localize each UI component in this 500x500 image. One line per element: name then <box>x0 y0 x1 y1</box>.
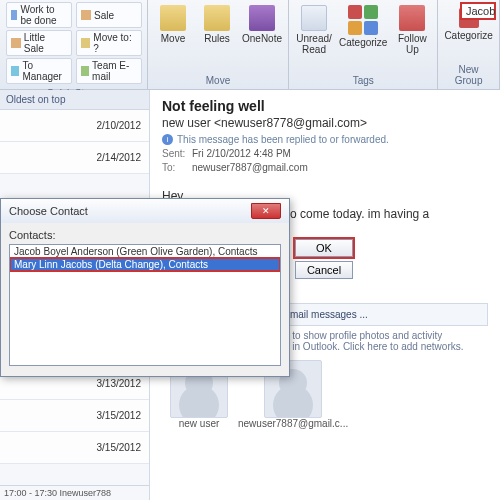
followup-button[interactable]: Follow Up <box>393 2 431 55</box>
unread-read-button[interactable]: Unread/ Read <box>295 2 333 55</box>
choose-contact-dialog: Choose Contact ✕ Contacts: Jacob Boyel A… <box>0 198 290 377</box>
dialog-title: Choose Contact <box>9 205 88 217</box>
message-subject: Not feeling well <box>162 98 488 114</box>
ribbon: Work to be done Sale Little Sale Move to… <box>0 0 500 90</box>
contact-row[interactable]: Jacob Boyel Anderson (Green Olive Garden… <box>10 245 280 258</box>
rules-button[interactable]: Rules <box>198 2 236 44</box>
ok-button[interactable]: OK <box>295 239 353 257</box>
close-icon[interactable]: ✕ <box>251 203 281 219</box>
ribbon-caption-move: Move <box>154 73 282 89</box>
quickstep-little-sale[interactable]: Little Sale <box>6 30 72 56</box>
ribbon-caption-newgroup: New Group <box>444 62 492 89</box>
contact-search-input[interactable]: Jacob <box>460 2 496 20</box>
contacts-label: Contacts: <box>9 229 281 241</box>
ribbon-group-move: Move Rules OneNote Move <box>148 0 289 89</box>
list-item[interactable]: 3/15/2012 <box>0 432 149 464</box>
quickstep-sale[interactable]: Sale <box>76 2 142 28</box>
to-value: newuser7887@gmail.com <box>192 162 308 173</box>
message-info: iThis message has been replied to or for… <box>162 134 488 145</box>
ribbon-caption-tags: Tags <box>295 73 431 89</box>
onenote-button[interactable]: OneNote <box>242 2 282 44</box>
quickstep-work[interactable]: Work to be done <box>6 2 72 28</box>
dialog-titlebar: Choose Contact ✕ <box>1 199 289 223</box>
sort-header[interactable]: Oldest on top <box>0 90 149 110</box>
quickstep-to-manager[interactable]: To Manager <box>6 58 72 84</box>
message-from: new user <newuser8778@gmail.com> <box>162 116 488 130</box>
list-item[interactable]: 3/15/2012 <box>0 400 149 432</box>
cancel-button[interactable]: Cancel <box>295 261 353 279</box>
sent-value: Fri 2/10/2012 4:48 PM <box>192 148 291 159</box>
quickstep-team-email[interactable]: Team E-mail <box>76 58 142 84</box>
status-bar: 17:00 - 17:30 Inewuser788 <box>0 485 149 500</box>
ribbon-group-quicksteps: Work to be done Sale Little Sale Move to… <box>0 0 148 89</box>
info-icon: i <box>162 134 173 145</box>
contact-row[interactable]: Mary Linn Jacobs (Delta Change), Contact… <box>10 258 280 271</box>
list-item[interactable]: 2/14/2012 <box>0 142 149 174</box>
ribbon-group-tags: Unread/ Read Categorize Follow Up Tags <box>289 0 438 89</box>
list-item[interactable]: 2/10/2012 <box>0 110 149 142</box>
move-button[interactable]: Move <box>154 2 192 44</box>
contacts-list[interactable]: Jacob Boyel Anderson (Green Olive Garden… <box>9 244 281 366</box>
quickstep-move-to[interactable]: Move to: ? <box>76 30 142 56</box>
categorize-button[interactable]: Categorize <box>339 2 387 48</box>
